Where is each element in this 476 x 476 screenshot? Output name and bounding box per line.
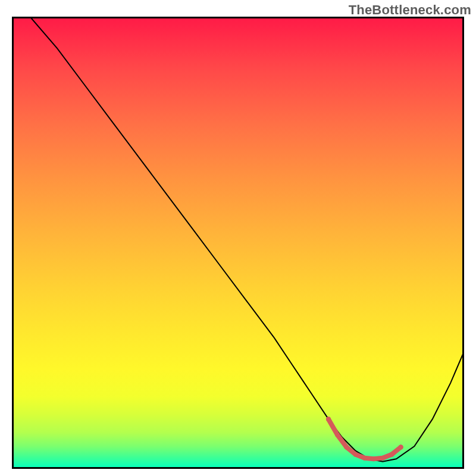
chart-container: TheBottleneck.com xyxy=(0,0,476,476)
watermark-text: TheBottleneck.com xyxy=(349,2,471,18)
plot-area xyxy=(12,17,464,469)
plot-frame xyxy=(12,17,464,469)
